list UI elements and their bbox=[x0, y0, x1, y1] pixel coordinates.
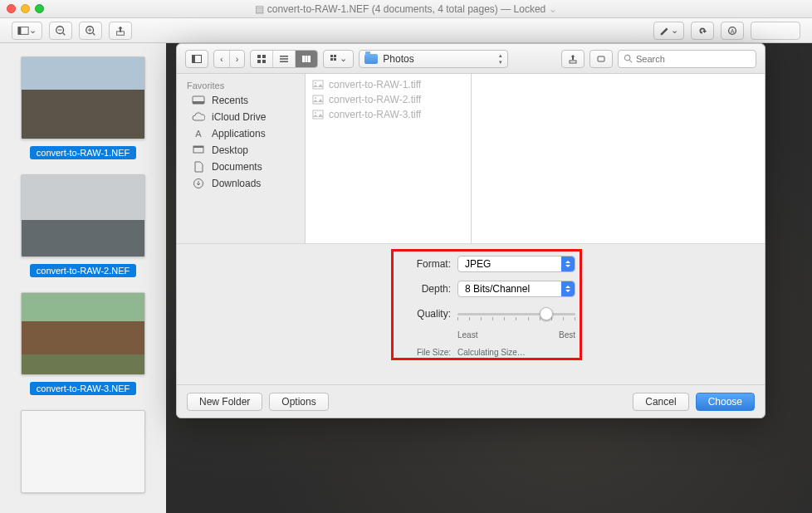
traffic-lights bbox=[7, 4, 44, 13]
depth-value: 8 Bits/Channel bbox=[465, 283, 530, 295]
svg-rect-23 bbox=[308, 56, 311, 62]
slider-thumb[interactable] bbox=[540, 307, 553, 320]
svg-rect-27 bbox=[334, 58, 336, 61]
sidebar-item-label: Documents bbox=[212, 161, 262, 173]
sidebar-toggle-button[interactable]: ⌄ bbox=[12, 22, 42, 40]
thumbnail-image bbox=[21, 56, 145, 139]
slider-ticks bbox=[457, 317, 575, 320]
file-name: convert-to-RAW-3.tiff bbox=[329, 109, 421, 120]
file-row[interactable]: convert-to-RAW-1.tiff bbox=[306, 77, 471, 92]
depth-select[interactable]: 8 Bits/Channel bbox=[457, 281, 575, 297]
file-column[interactable]: convert-to-RAW-1.tiff convert-to-RAW-2.t… bbox=[306, 74, 472, 243]
thumbnail-image bbox=[21, 292, 145, 375]
svg-rect-40 bbox=[313, 95, 323, 104]
sidebar-item-documents[interactable]: Documents bbox=[177, 159, 305, 175]
svg-text:A: A bbox=[195, 129, 202, 139]
svg-rect-22 bbox=[306, 56, 308, 62]
zoom-out-button[interactable] bbox=[49, 22, 72, 40]
svg-rect-38 bbox=[313, 81, 323, 89]
svg-rect-17 bbox=[262, 60, 266, 63]
thumbnail-label: convert-to-RAW-2.NEF bbox=[30, 264, 136, 277]
document-icon: ▤ bbox=[255, 3, 264, 15]
zoom-window-icon[interactable] bbox=[35, 4, 44, 13]
annotations-button[interactable]: A bbox=[721, 22, 744, 40]
svg-rect-14 bbox=[257, 55, 261, 58]
svg-point-39 bbox=[315, 82, 316, 84]
thumbnail-image bbox=[21, 410, 145, 493]
sidebar-item-applications[interactable]: AApplications bbox=[177, 125, 305, 142]
options-button[interactable]: Options bbox=[269, 393, 328, 411]
search-toolbar-field[interactable] bbox=[751, 22, 800, 40]
back-button[interactable]: ‹ bbox=[214, 51, 230, 67]
svg-line-3 bbox=[63, 32, 66, 35]
svg-rect-26 bbox=[330, 58, 333, 61]
stepper-icon bbox=[561, 281, 575, 296]
thumbnail-item[interactable]: convert-to-RAW-1.NEF bbox=[17, 56, 149, 159]
tags-button[interactable] bbox=[589, 50, 613, 68]
upload-button[interactable] bbox=[561, 50, 585, 68]
svg-rect-25 bbox=[334, 55, 336, 57]
stepper-icon: ▴▾ bbox=[496, 52, 506, 66]
svg-rect-16 bbox=[257, 60, 261, 63]
thumbnail-item[interactable]: convert-to-RAW-3.NEF bbox=[17, 292, 149, 395]
sheet-toolbar: ‹ › ⌄ Photos ▴▾ bbox=[177, 44, 765, 74]
new-folder-button[interactable]: New Folder bbox=[187, 393, 262, 411]
minimize-window-icon[interactable] bbox=[21, 4, 30, 13]
stepper-icon bbox=[561, 256, 575, 271]
sidebar-item-label: iCloud Drive bbox=[212, 111, 266, 123]
view-mode-segment[interactable] bbox=[250, 50, 318, 68]
file-name: convert-to-RAW-1.tiff bbox=[329, 79, 421, 90]
zoom-in-button[interactable] bbox=[79, 22, 102, 40]
format-value: JPEG bbox=[465, 258, 491, 270]
svg-rect-33 bbox=[193, 101, 204, 104]
slider-track bbox=[457, 313, 575, 315]
column-view-button[interactable] bbox=[296, 51, 317, 67]
sidebar-item-recents[interactable]: Recents bbox=[177, 92, 305, 109]
forward-button[interactable]: › bbox=[230, 51, 245, 67]
window-locked-status: — Locked bbox=[501, 3, 545, 15]
list-view-button[interactable] bbox=[273, 51, 296, 67]
chevron-down-icon[interactable]: ⌄ bbox=[549, 3, 557, 15]
search-input[interactable] bbox=[636, 54, 751, 64]
choose-button[interactable]: Choose bbox=[696, 393, 755, 411]
group-by-button[interactable]: ⌄ bbox=[323, 50, 354, 68]
svg-rect-24 bbox=[330, 55, 333, 57]
sidebar-item-downloads[interactable]: Downloads bbox=[177, 175, 305, 192]
thumbnail-label: convert-to-RAW-1.NEF bbox=[30, 146, 136, 159]
svg-rect-29 bbox=[598, 56, 604, 61]
svg-rect-36 bbox=[193, 146, 203, 148]
close-window-icon[interactable] bbox=[7, 4, 16, 13]
sidebar-toggle-button[interactable] bbox=[185, 50, 208, 68]
markup-button[interactable]: ⌄ bbox=[653, 22, 684, 40]
sidebar-item-desktop[interactable]: Desktop bbox=[177, 142, 305, 159]
svg-line-6 bbox=[93, 32, 95, 35]
thumbnail-item[interactable]: convert-to-RAW-2.NEF bbox=[17, 174, 149, 277]
thumbnail-item[interactable] bbox=[17, 410, 149, 493]
svg-point-43 bbox=[315, 112, 316, 114]
icon-view-button[interactable] bbox=[251, 51, 273, 67]
sidebar-item-icloud[interactable]: iCloud Drive bbox=[177, 109, 305, 125]
file-row[interactable]: convert-to-RAW-3.tiff bbox=[306, 107, 471, 122]
quality-slider[interactable] bbox=[457, 305, 575, 322]
svg-text:A: A bbox=[731, 27, 735, 33]
window-title: ▤ convert-to-RAW-1.NEF (4 documents, 4 t… bbox=[0, 3, 812, 15]
sidebar-item-label: Recents bbox=[212, 95, 248, 106]
search-field[interactable] bbox=[618, 50, 756, 68]
format-select[interactable]: JPEG bbox=[457, 256, 575, 272]
sidebar-section-favorites: Favorites bbox=[177, 79, 305, 92]
rotate-button[interactable] bbox=[691, 22, 714, 40]
filesize-value: Calculating Size… bbox=[457, 348, 526, 357]
quality-label: Quality: bbox=[401, 308, 451, 320]
location-popup[interactable]: Photos ▴▾ bbox=[359, 50, 508, 68]
share-button[interactable] bbox=[109, 22, 132, 40]
sheet-body: Favorites Recents iCloud Drive AApplicat… bbox=[177, 74, 765, 243]
svg-point-41 bbox=[315, 97, 316, 99]
svg-rect-1 bbox=[18, 27, 22, 34]
file-row[interactable]: convert-to-RAW-2.tiff bbox=[306, 92, 471, 107]
nav-back-forward[interactable]: ‹ › bbox=[213, 50, 245, 68]
file-name: convert-to-RAW-2.tiff bbox=[329, 94, 421, 105]
thumbnail-sidebar[interactable]: convert-to-RAW-1.NEF convert-to-RAW-2.NE… bbox=[0, 43, 166, 513]
quality-least-label: Least bbox=[457, 330, 477, 340]
cancel-button[interactable]: Cancel bbox=[633, 393, 688, 411]
window-title-text: convert-to-RAW-1.NEF (4 documents, 4 tot… bbox=[267, 3, 498, 15]
